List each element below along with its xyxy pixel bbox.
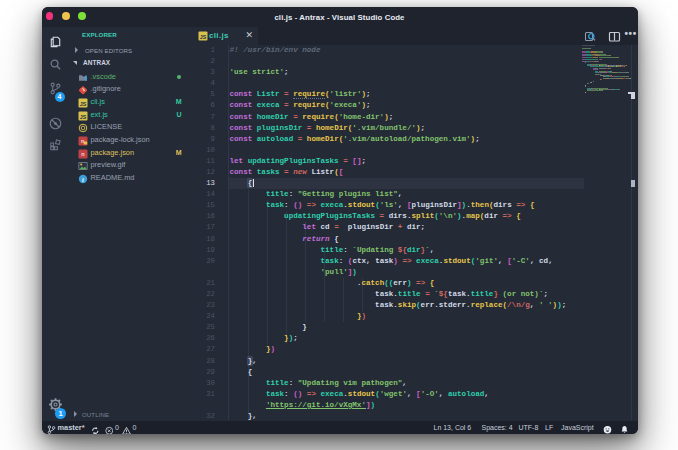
svg-text:n: n bbox=[81, 151, 85, 157]
svg-text:JS: JS bbox=[79, 101, 86, 107]
svg-text:i: i bbox=[82, 175, 84, 182]
svg-text:JS: JS bbox=[79, 113, 86, 119]
svg-text:JS: JS bbox=[200, 33, 207, 39]
